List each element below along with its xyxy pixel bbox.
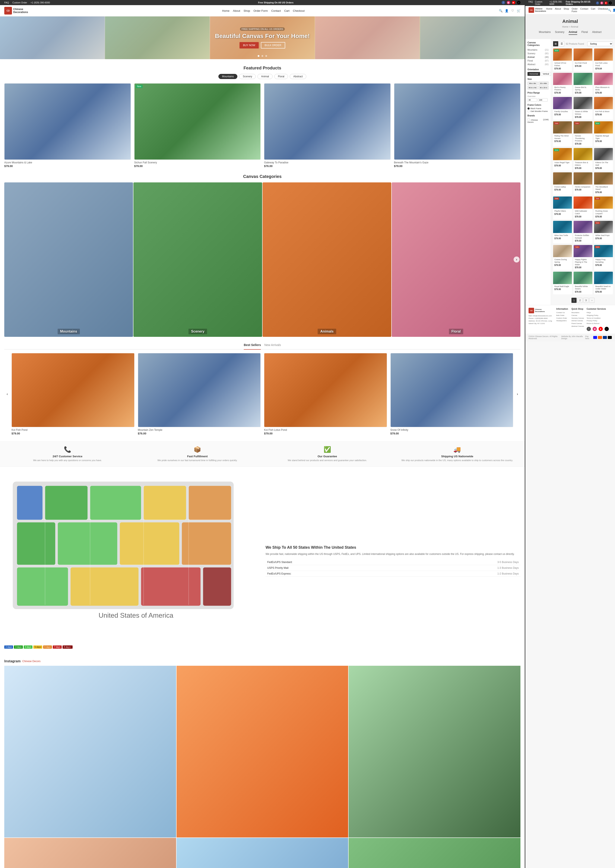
page-2[interactable]: 2 <box>578 298 582 303</box>
brand-chinese-decors[interactable]: Chinese Decors (2298) <box>528 118 549 124</box>
animal-product-6[interactable]: Plum Blossom & Birds $79.00 <box>594 73 613 95</box>
animal-product-14[interactable]: Treasure Box & Kittens $79.00 <box>574 148 592 170</box>
animal-tab-scenery[interactable]: Scenery <box>555 31 564 35</box>
animal-product-21[interactable]: Sale Rushing Snow Leopard $79.00 <box>594 197 613 219</box>
sidebar-cat-scenery[interactable]: Scenery (80) <box>528 52 549 55</box>
sidebar-cat-abstract[interactable]: Abstract (60) <box>528 63 549 66</box>
animal-search-icon[interactable]: 🔍 <box>608 9 611 12</box>
animal-custom-order[interactable]: Custom Order <box>535 1 547 5</box>
animal-product-20[interactable]: Wild Saltwater Catch $79.00 <box>574 197 592 219</box>
product-card-1[interactable]: Azure Mountains & Lake $79.00 <box>4 83 131 168</box>
nav-home[interactable]: Home <box>222 9 229 13</box>
animal-nav-order[interactable]: Order Form <box>572 8 578 13</box>
animal-product-3[interactable]: Koi Fish Lotus Pond $74.64 <box>594 48 613 71</box>
hero-dot-2[interactable] <box>262 55 263 57</box>
animal-product-22[interactable]: Wine Sea Turtle $79.00 <box>553 221 572 244</box>
instagram-icon[interactable]: ▣ <box>507 1 510 4</box>
orient-vertical[interactable]: Vertical <box>541 72 551 76</box>
animal-nav-shop[interactable]: Shop <box>563 8 569 13</box>
animal-product-10[interactable]: Sale Riding The Wind Horses $79.00 <box>553 121 572 146</box>
buy-now-button[interactable]: BUY NOW <box>239 42 259 48</box>
animal-product-2[interactable]: Koi Fish Pond $79.00 <box>574 48 592 71</box>
custom-order-link[interactable]: Custom Order <box>12 1 27 4</box>
animal-account-icon[interactable]: 👤 <box>612 9 615 12</box>
animal-product-19[interactable]: Sale Playful Otters $79.00 <box>553 197 572 219</box>
animal-product-15[interactable]: Kittens On The Wall $79.00 <box>594 148 613 170</box>
insta-item-6[interactable] <box>349 838 520 868</box>
cat-item-animals[interactable]: Animals <box>262 182 391 337</box>
youtube-icon[interactable]: ▶ <box>512 1 515 4</box>
animal-product-25[interactable]: Cranes During Spring $79.00 <box>553 245 572 270</box>
animal-product-18[interactable]: The Woodland Steed $79.00 <box>594 172 613 195</box>
bs-product-3[interactable]: Koi Fish Lotus Pond $79.00 <box>264 353 387 435</box>
nav-cart[interactable]: Cart <box>284 9 289 13</box>
animal-nav-home[interactable]: Home <box>546 8 552 13</box>
animal-product-17[interactable]: Herds Companion $79.00 <box>574 172 592 195</box>
animal-product-5[interactable]: Geese Bird & Spring $79.00 <box>574 73 592 95</box>
sidebar-cat-floral[interactable]: Floral (87) <box>528 59 549 63</box>
animal-footer-shop-1[interactable]: Mountains Canvas <box>571 311 584 317</box>
animal-footer-cs-2[interactable]: Shipping Policy <box>587 314 612 317</box>
nav-contact[interactable]: Contact <box>271 9 281 13</box>
animal-product-9[interactable]: Koi Fish & Moon $79.00 <box>594 97 613 120</box>
animal-footer-shop-2[interactable]: Scenery Canvas <box>571 317 584 320</box>
grid-view-btn[interactable]: ⊞ <box>553 41 558 46</box>
sidebar-cat-mountains[interactable]: Mountains (21) <box>528 48 549 52</box>
sidebar-cat-animal[interactable]: Animal (40) <box>528 55 549 59</box>
animal-product-24[interactable]: Sale White Seal Pups $79.00 <box>594 221 613 244</box>
nav-shop[interactable]: Shop <box>244 9 250 13</box>
cat-item-scenery[interactable]: Scenery <box>133 182 262 337</box>
animal-product-27[interactable]: Sale Happy Frog Nurseling $79.00 <box>594 245 613 270</box>
animal-footer-info-4[interactable]: Headquarters <box>556 319 569 322</box>
animal-footer-info-2[interactable]: Bulk Order <box>556 314 569 317</box>
tab-scenery[interactable]: Scenery <box>239 74 256 79</box>
animal-product-23[interactable]: Protector Buffalo Kampak $79.00 <box>574 221 592 244</box>
account-icon[interactable]: 👤 <box>505 9 509 13</box>
frame-oak[interactable]: Oak Wooden Frame <box>528 110 549 113</box>
animal-product-16[interactable]: Forest Gallop $79.00 <box>553 172 572 195</box>
price-max-input[interactable] <box>538 98 548 102</box>
animal-footer-info-1[interactable]: Contact Us <box>556 311 569 314</box>
animal-product-28[interactable]: Royal Bald Eagle $79.00 <box>553 272 572 294</box>
size-btn-3[interactable]: 60 in x 4in <box>528 86 538 89</box>
nav-about[interactable]: About <box>233 9 240 13</box>
hero-dot-3[interactable] <box>265 55 267 57</box>
bs-nav-right[interactable]: › <box>515 391 520 397</box>
animal-tab-animal[interactable]: Animal <box>569 31 577 35</box>
animal-tab-floral[interactable]: Floral <box>582 31 588 35</box>
insta-item-5[interactable] <box>176 838 348 868</box>
animal-product-30[interactable]: Beautiful Sead An Under Water $79.00 <box>594 272 613 294</box>
bs-nav-left[interactable]: ‹ <box>4 391 10 397</box>
animal-faq[interactable]: FAQ <box>529 1 533 5</box>
price-min-input[interactable] <box>528 98 537 102</box>
insta-item-3[interactable] <box>349 666 520 838</box>
animal-product-1[interactable]: New School Of Koi Fishes $79.00 <box>553 48 572 71</box>
bs-product-4[interactable]: Snow Of Infinity $79.00 <box>390 353 514 435</box>
animal-nav-about[interactable]: About <box>555 8 561 13</box>
insta-item-1[interactable] <box>4 666 176 838</box>
insta-item-2[interactable] <box>176 666 348 838</box>
tab-animal[interactable]: Animal <box>258 74 273 79</box>
cat-item-floral[interactable]: Floral <box>392 182 520 337</box>
tab-mountains[interactable]: Mountains <box>219 74 237 79</box>
animal-tab-mountains[interactable]: Mountains <box>539 31 551 35</box>
facebook-icon[interactable]: f <box>502 1 505 4</box>
animal-footer-shop-5[interactable]: Abstract Canvas <box>571 325 584 328</box>
animal-product-12[interactable]: New Majestic Bengal Tiger $79.00 <box>594 121 613 146</box>
cat-item-mountains[interactable]: Mountains <box>4 182 133 337</box>
animal-footer-info-3[interactable]: Custom Order <box>556 317 569 320</box>
tab-abstract[interactable]: Abstract <box>290 74 306 79</box>
animal-phone[interactable]: +1 (929) 390-6000 <box>549 1 566 5</box>
sort-select[interactable]: Sorting Price: Low to High Price: High t… <box>587 42 613 46</box>
list-view-btn[interactable]: ☰ <box>559 41 564 46</box>
hero-dot-1[interactable] <box>258 55 259 57</box>
animal-footer-tt[interactable]: ♪ <box>604 327 609 331</box>
animal-fb-icon[interactable]: f <box>596 2 599 5</box>
nav-order-form[interactable]: Order Form <box>253 9 268 13</box>
tab-floral[interactable]: Floral <box>274 74 288 79</box>
animal-tab-abstract[interactable]: Abstract <box>592 31 601 35</box>
nav-checkout[interactable]: Checkout <box>293 9 304 13</box>
search-icon[interactable]: 🔍 <box>499 9 503 13</box>
animal-footer-shop-3[interactable]: Animal Canvas <box>571 319 584 322</box>
product-card-4[interactable]: Beneath The Mountain's Gaze $79.00 <box>394 83 521 168</box>
